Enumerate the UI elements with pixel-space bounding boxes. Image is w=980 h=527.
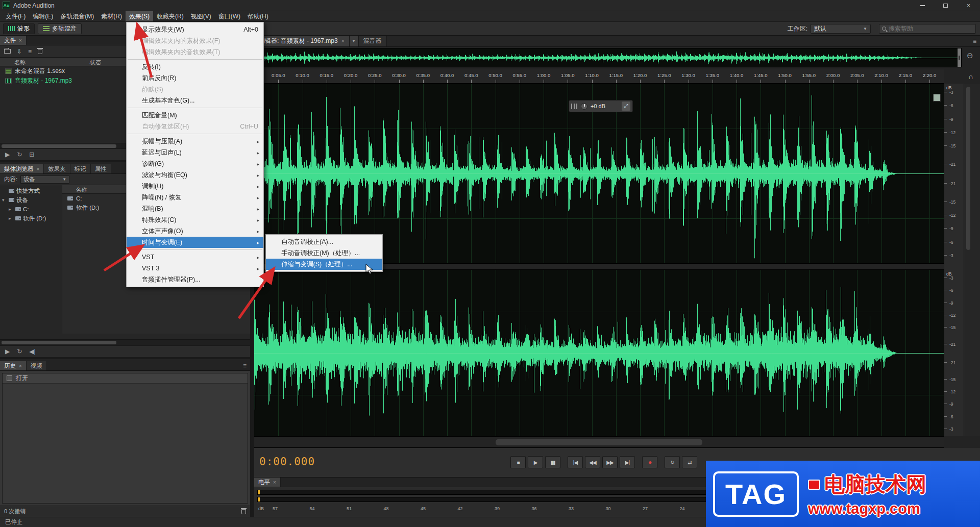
close-button[interactable]: × [957, 0, 980, 11]
panel-menu-icon[interactable]: ≡ [969, 36, 980, 46]
effects-menu-item[interactable]: 反转(I) [127, 61, 263, 72]
heads-up-gain-control[interactable]: +0 dB ⤢ [569, 100, 633, 112]
media-tab[interactable]: 媒体浏览器× [0, 164, 44, 173]
pause-button[interactable]: ▮▮ [545, 456, 560, 468]
loop-preview-icon[interactable]: ↻ [17, 152, 22, 158]
submenu-item[interactable]: 自动音调校正(A)... [266, 236, 382, 247]
auto-play-icon[interactable]: ⊞ [29, 152, 34, 158]
headphone-monitor-icon[interactable]: ∩ [968, 72, 973, 81]
menubar-item[interactable]: 文件(F) [2, 11, 29, 21]
effects-menu-item[interactable]: 音频插件管理器(P)... [127, 274, 263, 285]
effects-menu-item[interactable]: 匹配音量(M) [127, 110, 263, 121]
loop-playback-button[interactable]: ↻ [665, 456, 680, 468]
close-icon[interactable]: × [341, 38, 345, 44]
effects-menu-item[interactable]: 生成基本音色(G)... [127, 95, 263, 106]
effects-menu-item[interactable]: 振幅与压限(A)▸ [127, 136, 263, 147]
files-column-header[interactable]: 名称 [14, 59, 26, 66]
workspace-select[interactable]: 默认 ▼ [811, 24, 871, 34]
menubar-item[interactable]: 多轨混音(M) [57, 11, 97, 21]
menubar-item[interactable]: 视图(V) [187, 11, 215, 21]
close-icon[interactable]: × [273, 480, 276, 485]
effects-menu-item[interactable]: 前后反向(R) [127, 72, 263, 84]
skip-to-start-button[interactable]: |◀ [568, 456, 583, 468]
timeline-ruler[interactable]: 0:05.00:10.00:15.00:20.00:25.00:30.00:35… [254, 69, 944, 84]
history-item[interactable]: 打开 [3, 373, 248, 384]
multitrack-view-button[interactable]: 多轨混音 [38, 23, 82, 34]
effects-menu-item[interactable]: 调制(U)▸ [127, 181, 263, 192]
play-button[interactable]: ▶ [528, 456, 543, 468]
editor-vscrollbar[interactable] [964, 84, 980, 436]
tab-editor[interactable]: 编辑器: 音频素材 - 1967.mp3 × [254, 36, 350, 46]
close-icon[interactable]: × [37, 166, 40, 172]
submenu-item[interactable]: 手动音调校正(M)（处理）... [266, 247, 382, 259]
menubar-item[interactable]: 素材(R) [97, 11, 126, 21]
maximize-button[interactable] [934, 0, 957, 11]
overview-right-handle[interactable] [958, 48, 961, 67]
history-tab[interactable]: 视频 [27, 361, 47, 370]
close-icon[interactable]: × [19, 363, 22, 369]
effects-menu-item[interactable]: VST 3▸ [127, 263, 263, 274]
media-tab[interactable]: 标记 [70, 164, 91, 173]
gain-knob[interactable] [581, 103, 587, 110]
minimize-button[interactable] [911, 0, 934, 11]
skip-to-end-button[interactable]: ▶| [620, 456, 635, 468]
menubar-item[interactable]: 帮助(H) [244, 11, 272, 21]
content-select[interactable]: 设备 ▼ [20, 175, 69, 184]
effects-menu-item[interactable]: 降噪(N) / 恢复▸ [127, 192, 263, 203]
tree-item[interactable]: ▾设备 [0, 195, 62, 205]
stop-button[interactable]: ■ [510, 456, 526, 468]
media-hscrollbar[interactable] [0, 339, 250, 345]
tree-item[interactable]: ▸软件 (D:) [0, 214, 62, 223]
effects-menu-item[interactable]: 显示效果夹(W)Alt+0 [127, 24, 263, 35]
waveform-view-button[interactable]: 波形 [3, 23, 35, 34]
preview-play-icon[interactable]: ▶ [5, 152, 10, 158]
menubar-item[interactable]: 编辑(E) [29, 11, 57, 21]
effects-menu-item[interactable]: VST▸ [127, 252, 263, 263]
close-icon[interactable]: × [19, 38, 22, 43]
effects-menu-item[interactable]: 诊断(G)▸ [127, 158, 263, 169]
search-input[interactable] [889, 25, 973, 32]
zoom-scrollbar[interactable] [254, 436, 944, 448]
tree-item[interactable]: ▸C: [0, 205, 62, 214]
tree-arrow-icon[interactable]: ▾ [2, 197, 7, 203]
menubar-item[interactable]: 效果(S) [126, 11, 153, 21]
effects-menu-item[interactable]: 特殊效果(C)▸ [127, 214, 263, 225]
submenu-item[interactable]: 伸缩与变调(S)（处理）... [266, 259, 382, 270]
list-view-icon[interactable]: ≡ [28, 48, 32, 55]
fast-forward-button[interactable]: ▶▶ [602, 456, 618, 468]
trash-icon[interactable] [241, 509, 246, 514]
menubar-item[interactable]: 窗口(W) [215, 11, 244, 21]
record-button[interactable]: ● [642, 456, 657, 468]
tree-item[interactable]: 快捷方式 [0, 186, 62, 195]
media-tab[interactable]: 属性 [91, 164, 111, 173]
history-tab[interactable]: 历史× [0, 361, 27, 370]
effects-menu-item[interactable]: 时间与变调(E)▸ [127, 237, 263, 248]
tab-mixer[interactable]: 混音器 [359, 36, 387, 46]
panel-menu-icon[interactable]: ≡ [239, 361, 250, 370]
overview-strip[interactable] [254, 48, 962, 67]
effects-menu-item[interactable]: 立体声声像(O)▸ [127, 225, 263, 237]
overview-waveform[interactable] [258, 48, 958, 67]
zoom-out-icon[interactable]: ⊖ [967, 51, 973, 60]
tree-arrow-icon[interactable]: ▸ [9, 216, 13, 221]
effects-menu-item[interactable]: 混响(B)▸ [127, 203, 263, 214]
loop-preview-icon[interactable]: ↻ [17, 348, 22, 355]
tree-arrow-icon[interactable]: ▸ [9, 207, 13, 212]
effects-menu-item[interactable]: 滤波与均衡(EQ)▸ [127, 169, 263, 181]
effects-menu-item[interactable]: 延迟与回声(L)▸ [127, 147, 263, 158]
trash-icon[interactable] [38, 49, 42, 54]
speaker-icon[interactable]: ◀| [29, 348, 35, 355]
editor-tab-dropdown[interactable]: ▼ [350, 36, 359, 46]
spectral-toggle-icon[interactable] [933, 94, 941, 102]
skip-selection-button[interactable]: ⇄ [682, 456, 697, 468]
tab-levels[interactable]: 电平 × [254, 478, 281, 487]
import-file-icon[interactable]: ⇩ [17, 48, 22, 55]
media-tab[interactable]: 效果夹 [44, 164, 70, 173]
preview-play-icon[interactable]: ▶ [5, 348, 10, 355]
tab-files[interactable]: 文件 × [0, 36, 27, 45]
menubar-item[interactable]: 收藏夹(R) [153, 11, 187, 21]
waveform-channel-right[interactable] [254, 270, 944, 436]
rewind-button[interactable]: ◀◀ [585, 456, 600, 468]
open-file-icon[interactable] [4, 49, 11, 54]
drag-handle-icon[interactable]: ⤢ [622, 102, 630, 111]
